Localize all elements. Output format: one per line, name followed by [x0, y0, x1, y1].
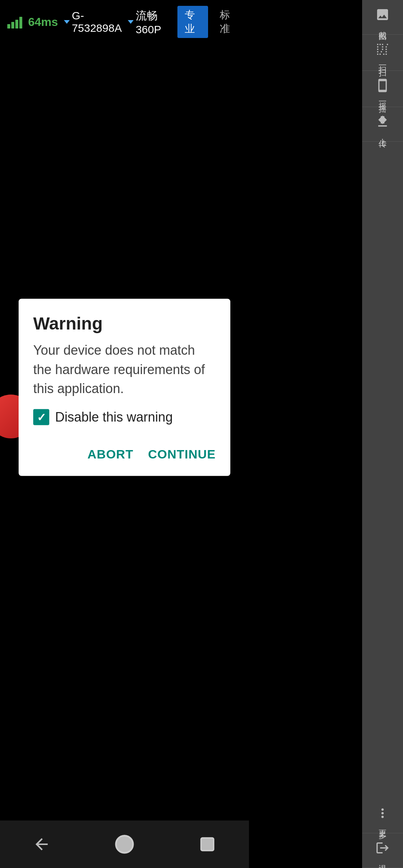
sidebar-item-exit[interactable]: 退出	[362, 833, 403, 868]
right-sidebar: 截图 扫一扫 摇一摇 上传	[362, 0, 403, 868]
bar1	[7, 24, 10, 28]
disable-warning-row[interactable]: ✓ Disable this warning	[33, 409, 216, 425]
server-dropdown[interactable]: G-7532898A	[64, 9, 122, 34]
dialog-title: Warning	[33, 313, 216, 334]
bottom-navigation	[0, 821, 249, 868]
quality-dropdown-arrow	[128, 20, 134, 24]
ping-display: 64ms	[28, 15, 58, 29]
sidebar-item-upload[interactable]: 上传	[362, 107, 403, 142]
sidebar-item-scan[interactable]: 扫一扫	[362, 35, 403, 71]
sidebar-item-more[interactable]: 更多	[362, 799, 403, 833]
shake-label: 摇一摇	[378, 96, 387, 100]
upload-icon	[375, 114, 391, 130]
screenshot-icon	[375, 7, 391, 23]
bar3	[15, 20, 18, 28]
home-button[interactable]	[110, 830, 139, 859]
warning-dialog: Warning Your device does not match the h…	[19, 299, 230, 476]
dialog-message: Your device does not match the hardware …	[33, 341, 216, 398]
svg-point-0	[116, 836, 133, 853]
quality-label: 流畅360P	[136, 8, 172, 36]
disable-warning-checkbox[interactable]: ✓	[33, 409, 49, 425]
more-label: 更多	[378, 823, 387, 826]
server-label: G-7532898A	[72, 9, 122, 34]
exit-icon	[375, 840, 391, 856]
sidebar-item-shake[interactable]: 摇一摇	[362, 71, 403, 107]
server-dropdown-arrow	[64, 20, 70, 24]
sidebar-item-screenshot[interactable]: 截图	[362, 0, 403, 35]
pro-mode-button[interactable]: 专业	[177, 6, 208, 38]
bar2	[11, 22, 14, 28]
checkmark-icon: ✓	[37, 411, 46, 423]
quality-dropdown[interactable]: 流畅360P	[128, 8, 172, 36]
dialog-buttons: ABORT CONTINUE	[33, 443, 216, 465]
scan-label: 扫一扫	[378, 60, 387, 64]
signal-bars	[7, 15, 22, 28]
scan-icon	[375, 41, 391, 57]
shake-icon	[375, 77, 391, 94]
exit-label: 退出	[378, 858, 387, 861]
disable-warning-label: Disable this warning	[55, 410, 173, 425]
upload-label: 上传	[378, 132, 387, 135]
more-icon	[375, 805, 391, 821]
status-bar: 64ms G-7532898A 流畅360P 专业 标准	[0, 0, 249, 44]
abort-button[interactable]: ABORT	[88, 443, 134, 465]
recent-button[interactable]	[193, 830, 222, 859]
back-button[interactable]	[27, 830, 56, 859]
standard-mode-button[interactable]: 标准	[214, 6, 242, 38]
continue-button[interactable]: CONTINUE	[148, 443, 216, 465]
main-content-area: Warning Your device does not match the h…	[0, 44, 249, 821]
bar4	[19, 17, 22, 28]
screenshot-label: 截图	[378, 25, 387, 28]
svg-rect-1	[201, 838, 214, 851]
